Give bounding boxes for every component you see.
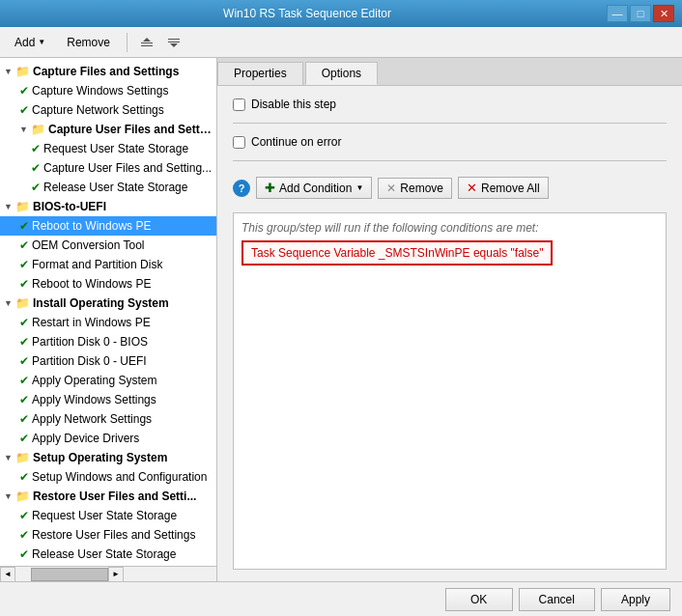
item-capture-user-files[interactable]: ✔ Capture User Files and Setting... xyxy=(0,158,216,178)
check-icon: ✔ xyxy=(19,431,29,446)
move-up-button[interactable] xyxy=(135,31,158,54)
remove-label: Remove xyxy=(67,36,110,49)
help-icon: ? xyxy=(233,180,250,197)
check-icon: ✔ xyxy=(19,83,29,98)
item-partition-bios[interactable]: ✔ Partition Disk 0 - BIOS xyxy=(0,332,216,351)
check-icon: ✔ xyxy=(19,315,29,330)
item-label: Capture Network Settings xyxy=(32,102,164,118)
item-label: Partition Disk 0 - BIOS xyxy=(32,334,148,350)
add-condition-icon: ✚ xyxy=(265,181,275,195)
group-capture-files[interactable]: ▼ 📁 Capture Files and Settings xyxy=(0,62,216,81)
item-label: Restore User Files and Settings xyxy=(32,527,195,543)
main-content: ▼ 📁 Capture Files and Settings ✔ Capture… xyxy=(0,58,682,581)
item-label: OEM Conversion Tool xyxy=(32,238,145,253)
group-restore-user[interactable]: ▼ 📁 Restore User Files and Setti... xyxy=(0,487,216,506)
title-bar: Win10 RS Task Sequence Editor — □ ✕ xyxy=(0,0,682,27)
divider-1 xyxy=(233,123,667,124)
item-restore-user-files[interactable]: ✔ Restore User Files and Settings xyxy=(0,525,216,545)
check-icon: ✔ xyxy=(19,334,29,350)
expand-icon: ▼ xyxy=(4,199,15,214)
continue-on-error-row: Continue on error xyxy=(233,135,667,149)
tree-scrollbar[interactable]: ◄ ► xyxy=(0,566,216,581)
check-icon: ✔ xyxy=(19,276,29,292)
left-panel: ▼ 📁 Capture Files and Settings ✔ Capture… xyxy=(0,58,217,581)
move-down-button[interactable] xyxy=(162,31,185,54)
check-icon: ✔ xyxy=(19,373,29,388)
item-capture-network[interactable]: ✔ Capture Network Settings xyxy=(0,100,216,120)
disable-step-checkbox[interactable] xyxy=(233,98,245,111)
group-setup-os[interactable]: ▼ 📁 Setup Operating System xyxy=(0,448,216,467)
item-apply-windows-settings[interactable]: ✔ Apply Windows Settings xyxy=(0,390,216,409)
group-capture-user[interactable]: ▼ 📁 Capture User Files and Setti... xyxy=(0,120,216,139)
item-label: Apply Windows Settings xyxy=(32,392,156,407)
add-button[interactable]: Add ▼ xyxy=(6,33,54,52)
svg-rect-3 xyxy=(168,39,180,40)
expand-icon: ▼ xyxy=(4,295,15,311)
cancel-button[interactable]: Cancel xyxy=(519,588,595,611)
close-button[interactable]: ✕ xyxy=(653,5,674,22)
group-install-os[interactable]: ▼ 📁 Install Operating System xyxy=(0,294,216,313)
group-icon: 📁 xyxy=(15,295,30,311)
check-icon: ✔ xyxy=(19,218,29,234)
item-reboot-winpe-1[interactable]: ✔ Reboot to Windows PE xyxy=(0,216,216,236)
item-request-user-state-2[interactable]: ✔ Request User State Storage xyxy=(0,506,216,525)
svg-rect-1 xyxy=(141,45,153,46)
minimize-button[interactable]: — xyxy=(607,5,628,22)
item-label: Capture Windows Settings xyxy=(32,83,168,98)
apply-button[interactable]: Apply xyxy=(601,588,670,611)
bottom-bar: OK Cancel Apply xyxy=(0,581,682,616)
item-oem-conversion[interactable]: ✔ OEM Conversion Tool xyxy=(0,236,216,255)
item-apply-network-settings[interactable]: ✔ Apply Network Settings xyxy=(0,409,216,429)
remove-all-conditions-button[interactable]: ✕ Remove All xyxy=(458,177,549,199)
group-label: Restore User Files and Setti... xyxy=(33,489,196,504)
disable-step-row: Disable this step xyxy=(233,98,667,111)
item-release-user-state-2[interactable]: ✔ Release User State Storage xyxy=(0,545,216,564)
add-condition-button[interactable]: ✚ Add Condition ▼ xyxy=(256,177,372,199)
item-reboot-winpe-2[interactable]: ✔ Reboot to Windows PE xyxy=(0,274,216,294)
add-condition-label: Add Condition xyxy=(279,182,352,195)
tab-properties[interactable]: Properties xyxy=(217,62,303,85)
remove-button[interactable]: Remove xyxy=(58,33,119,52)
item-format-partition[interactable]: ✔ Format and Partition Disk xyxy=(0,255,216,274)
item-release-user-state-1[interactable]: ✔ Release User State Storage xyxy=(0,178,216,197)
item-label: Reboot to Windows PE xyxy=(32,276,151,292)
item-request-user-state[interactable]: ✔ Request User State Storage xyxy=(0,139,216,158)
svg-rect-4 xyxy=(168,42,180,42)
maximize-button[interactable]: □ xyxy=(630,5,651,22)
condition-item[interactable]: Task Sequence Variable _SMSTSInWinPE equ… xyxy=(242,240,553,266)
item-restart-winpe[interactable]: ✔ Restart in Windows PE xyxy=(0,313,216,332)
expand-icon: ▼ xyxy=(19,122,31,137)
scroll-thumb[interactable] xyxy=(31,568,108,581)
tab-options[interactable]: Options xyxy=(305,62,378,85)
item-apply-os[interactable]: ✔ Apply Operating System xyxy=(0,371,216,390)
remove-condition-icon: ✕ xyxy=(386,182,396,195)
item-label: Apply Network Settings xyxy=(32,411,152,427)
check-icon: ✔ xyxy=(19,527,29,543)
window-controls[interactable]: — □ ✕ xyxy=(607,5,674,22)
check-icon: ✔ xyxy=(31,180,41,195)
item-apply-device-drivers[interactable]: ✔ Apply Device Drivers xyxy=(0,429,216,448)
scroll-left[interactable]: ◄ xyxy=(0,567,15,582)
item-setup-windows-config[interactable]: ✔ Setup Windows and Configuration xyxy=(0,467,216,487)
task-sequence-tree[interactable]: ▼ 📁 Capture Files and Settings ✔ Capture… xyxy=(0,58,216,566)
condition-toolbar: ? ✚ Add Condition ▼ ✕ Remove ✕ Remove Al… xyxy=(233,173,667,203)
remove-condition-button[interactable]: ✕ Remove xyxy=(378,178,452,199)
check-icon: ✔ xyxy=(19,102,29,118)
add-label: Add xyxy=(14,36,35,49)
item-partition-uefi[interactable]: ✔ Partition Disk 0 - UEFI xyxy=(0,351,216,371)
check-icon: ✔ xyxy=(31,160,41,176)
divider-2 xyxy=(233,160,667,161)
item-label: Request User State Storage xyxy=(32,508,177,523)
expand-icon: ▼ xyxy=(4,450,15,465)
item-label: Setup Windows and Configuration xyxy=(32,469,207,485)
ok-button[interactable]: OK xyxy=(445,588,513,611)
continue-on-error-checkbox[interactable] xyxy=(233,136,245,149)
item-label: Capture User Files and Setting... xyxy=(43,160,212,176)
group-bios-uefi[interactable]: ▼ 📁 BIOS-to-UEFI xyxy=(0,197,216,216)
item-capture-windows[interactable]: ✔ Capture Windows Settings xyxy=(0,81,216,100)
item-label: Apply Device Drivers xyxy=(32,431,139,446)
add-dropdown-arrow: ▼ xyxy=(38,38,45,46)
scroll-right[interactable]: ► xyxy=(108,567,124,582)
item-label: Release User State Storage xyxy=(43,180,187,195)
expand-icon: ▼ xyxy=(4,64,15,79)
